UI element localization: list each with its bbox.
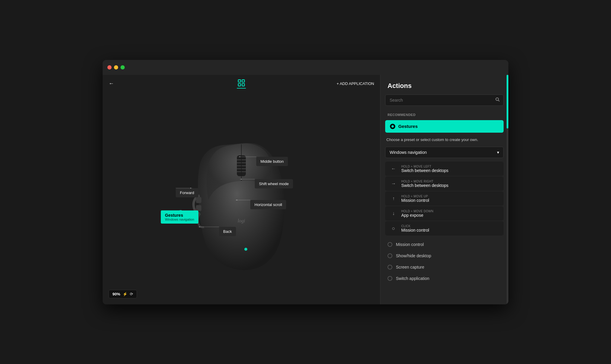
shift-wheel-label: Shift wheel mode [255,179,293,188]
arrow-up-icon: ↑ [389,194,398,203]
horizontal-scroll-label: Horizontal scroll [250,200,286,209]
gesture-action-click[interactable]: ○ CLICK Mission control [385,221,504,236]
maximize-button[interactable] [121,65,125,69]
forward-label: Forward [176,188,198,197]
search-icon [495,97,500,103]
preset-description: Choose a preset or select custom to crea… [380,133,508,146]
mission-control-label: Mission control [396,242,424,247]
gestures-selected-item[interactable]: Gestures [385,120,504,133]
svg-point-14 [244,248,247,251]
close-button[interactable] [107,65,112,69]
gesture-up-text: HOLD + MOVE UP Mission control [401,195,429,203]
right-panel: Actions RECOMMENDED Gestures Choose [380,75,508,304]
battery-icon: ⚡ [123,292,127,296]
left-panel: ← + ADD APPLICATION [103,75,380,304]
svg-rect-3 [242,83,244,86]
add-application-button[interactable]: + ADD APPLICATION [337,81,374,86]
apps-grid-icon[interactable] [237,79,246,87]
minimize-button[interactable] [114,65,118,69]
traffic-lights [107,65,125,69]
gesture-action-right[interactable]: → HOLD + MOVE RIGHT Switch between deskt… [385,176,504,191]
gesture-click-text: CLICK Mission control [401,224,429,233]
mouse-diagram: logi Middle button [185,121,298,276]
svg-point-22 [180,210,182,211]
arrow-left-icon: ← [389,165,398,173]
svg-rect-1 [242,80,244,82]
switch-application-label: Switch application [396,276,429,281]
mouse-area: logi Middle button [103,93,380,304]
search-input[interactable] [385,95,504,106]
back-label: Back [219,227,236,236]
scrollbar-track[interactable] [507,75,508,304]
scrollbar-thumb[interactable] [507,75,508,128]
gesture-right-text: HOLD + MOVE RIGHT Switch between desktop… [401,180,448,188]
add-application-label: + ADD APPLICATION [337,81,374,86]
gesture-down-text: HOLD + MOVE DOWN App expose [401,210,433,218]
gesture-action-up[interactable]: ↑ HOLD + MOVE UP Mission control [385,191,504,206]
gestures-label: Gestures Windows navigation [161,210,198,224]
connection-icon: ⟳ [130,292,133,296]
other-action-screen-capture[interactable]: Screen capture [385,262,504,272]
switch-application-radio [388,276,392,281]
show-hide-desktop-radio [388,253,392,258]
middle-button-label: Middle button [256,157,288,166]
app-window: ← + ADD APPLICATION [103,60,508,304]
main-content: ← + ADD APPLICATION [103,75,508,304]
apps-icon-wrapper [237,79,246,89]
svg-rect-2 [238,83,241,86]
mission-control-radio [388,242,392,247]
gesture-action-left[interactable]: ← HOLD + MOVE LEFT Switch between deskto… [385,162,504,176]
gestures-radio [390,124,395,129]
show-hide-desktop-label: Show/hide desktop [396,253,431,258]
other-action-switch-application[interactable]: Switch application [385,273,504,284]
svg-rect-12 [196,205,201,211]
chevron-down-icon: ▾ [497,150,499,155]
other-action-show-hide-desktop[interactable]: Show/hide desktop [385,250,504,261]
gestures-item-label: Gestures [398,124,418,129]
top-bar: ← + ADD APPLICATION [103,75,380,93]
titlebar [103,60,508,75]
search-box [385,95,504,106]
click-icon: ○ [389,224,398,233]
preset-selected-label: Windows navigation [390,150,427,155]
gesture-left-text: HOLD + MOVE LEFT Switch between desktops [401,165,448,173]
svg-rect-0 [238,80,241,82]
other-actions-list: Mission control Show/hide desktop Screen… [385,239,504,284]
other-action-mission-control[interactable]: Mission control [385,239,504,250]
actions-title: Actions [380,75,508,95]
apps-icon-underline [237,88,246,89]
back-button[interactable]: ← [109,80,114,87]
screen-capture-radio [388,265,392,269]
arrow-down-icon: ↓ [389,209,398,218]
battery-percent: 90% [112,292,120,296]
arrow-right-icon: → [389,179,398,188]
screen-capture-label: Screen capture [396,265,424,269]
recommended-label: RECOMMENDED [380,111,508,119]
svg-text:logi: logi [238,218,245,224]
battery-info: 90% ⚡ ⟳ [109,290,137,298]
svg-line-28 [498,100,499,101]
svg-rect-11 [196,197,201,203]
svg-point-27 [496,98,499,100]
preset-dropdown[interactable]: Windows navigation ▾ [385,147,504,158]
gesture-action-down[interactable]: ↓ HOLD + MOVE DOWN App expose [385,206,504,221]
gesture-actions-list: ← HOLD + MOVE LEFT Switch between deskto… [385,162,504,236]
